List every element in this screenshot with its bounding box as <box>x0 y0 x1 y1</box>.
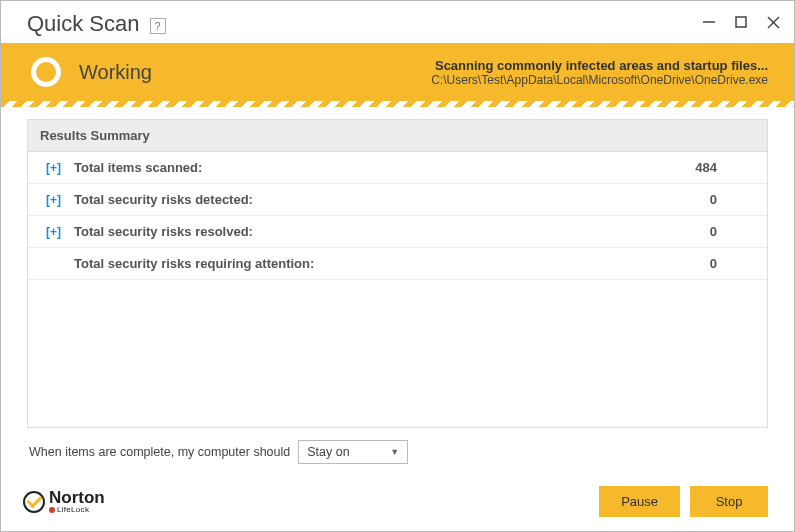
window-title: Quick Scan <box>27 11 140 37</box>
row-label: Total security risks detected: <box>74 192 710 207</box>
pause-button[interactable]: Pause <box>599 486 680 517</box>
result-row-risks-resolved: [+] Total security risks resolved: 0 <box>28 216 767 248</box>
completion-row: When items are complete, my computer sho… <box>27 428 768 468</box>
status-label: Working <box>79 61 152 84</box>
result-row-risks-detected: [+] Total security risks detected: 0 <box>28 184 767 216</box>
help-icon[interactable]: ? <box>150 18 166 34</box>
result-row-items-scanned: [+] Total items scanned: 484 <box>28 152 767 184</box>
content-area: Results Summary [+] Total items scanned:… <box>1 101 794 478</box>
brand-logo: Norton LifeLock <box>23 489 105 514</box>
stop-button[interactable]: Stop <box>690 486 768 517</box>
brand-sub: LifeLock <box>49 506 105 514</box>
expand-toggle[interactable]: [+] <box>46 225 66 239</box>
window-controls <box>700 11 782 31</box>
row-value: 0 <box>710 224 753 239</box>
scan-path: C:\Users\Test\AppData\Local\Microsoft\On… <box>431 73 768 87</box>
row-value: 0 <box>710 192 753 207</box>
completion-label: When items are complete, my computer sho… <box>29 445 290 459</box>
row-value: 484 <box>695 160 753 175</box>
title-left: Quick Scan ? <box>27 11 166 37</box>
row-value: 0 <box>710 256 753 271</box>
results-box: Results Summary [+] Total items scanned:… <box>27 119 768 428</box>
row-label: Total security risks resolved: <box>74 224 710 239</box>
minimize-button[interactable] <box>700 13 718 31</box>
result-row-risks-attention: Total security risks requiring attention… <box>28 248 767 280</box>
expand-toggle[interactable]: [+] <box>46 193 66 207</box>
results-header: Results Summary <box>28 120 767 152</box>
checkmark-icon <box>23 491 45 513</box>
row-label: Total items scanned: <box>74 160 695 175</box>
status-right: Scanning commonly infected areas and sta… <box>431 58 768 87</box>
titlebar: Quick Scan ? <box>1 1 794 43</box>
spinner-icon <box>31 57 61 87</box>
lifelock-dot-icon <box>49 507 55 513</box>
svg-rect-1 <box>736 17 746 27</box>
status-left: Working <box>31 57 152 87</box>
completion-dropdown[interactable]: Stay on ▼ <box>298 440 408 464</box>
row-label: Total security risks requiring attention… <box>74 256 710 271</box>
close-button[interactable] <box>764 13 782 31</box>
scan-heading: Scanning commonly infected areas and sta… <box>431 58 768 73</box>
status-bar: Working Scanning commonly infected areas… <box>1 43 794 101</box>
brand-name: Norton <box>49 489 105 506</box>
chevron-down-icon: ▼ <box>390 447 399 457</box>
footer: Norton LifeLock Pause Stop <box>1 478 794 531</box>
brand-text: Norton LifeLock <box>49 489 105 514</box>
footer-buttons: Pause Stop <box>599 486 768 517</box>
dropdown-selected: Stay on <box>307 445 349 459</box>
maximize-button[interactable] <box>732 13 750 31</box>
expand-toggle[interactable]: [+] <box>46 161 66 175</box>
